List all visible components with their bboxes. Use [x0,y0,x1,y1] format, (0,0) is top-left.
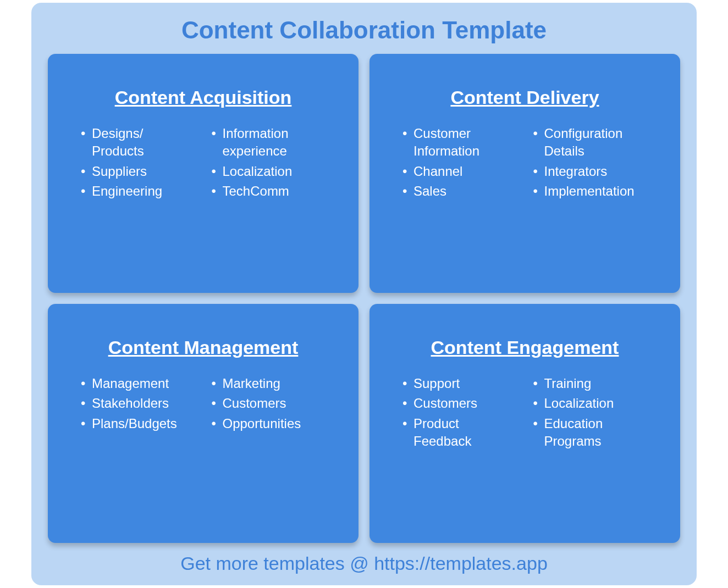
card-col-1: Designs/Products Suppliers Engineering [81,125,201,203]
card-col-1: Management Stakeholders Plans/Budgets [81,375,201,435]
list-item: Opportunities [212,415,332,432]
list-item: Customers [402,395,522,412]
card-columns: CustomerInformation Channel Sales Config… [397,125,653,203]
card-content-acquisition: Content Acquisition Designs/Products Sup… [48,54,359,293]
card-col-2: ConfigurationDetails Integrators Impleme… [533,125,653,203]
list-item: Suppliers [81,163,201,180]
list-item: Implementation [533,182,653,200]
list-item: Integrators [533,163,653,180]
list-item: Training [533,375,653,392]
card-grid: Content Acquisition Designs/Products Sup… [48,54,680,543]
card-content-management: Content Management Management Stakeholde… [48,304,359,543]
card-col-1: CustomerInformation Channel Sales [402,125,522,203]
card-title: Content Delivery [397,87,653,108]
list-item: Stakeholders [81,395,201,412]
list-item: EducationPrograms [533,415,653,451]
list-item: ProductFeedback [402,415,522,451]
list-item: TechComm [212,182,332,200]
card-columns: Designs/Products Suppliers Engineering I… [75,125,331,203]
list-item: Localization [533,395,653,412]
list-item: Designs/Products [81,125,201,160]
card-columns: Management Stakeholders Plans/Budgets Ma… [75,375,331,435]
list-item: Marketing [212,375,332,392]
template-board: Content Collaboration Template Content A… [31,3,697,585]
page-title: Content Collaboration Template [48,16,680,44]
list-item: Localization [212,163,332,180]
list-item: ConfigurationDetails [533,125,653,160]
list-item: Channel [402,163,522,180]
list-item: Plans/Budgets [81,415,201,432]
card-content-engagement: Content Engagement Support Customers Pro… [369,304,680,543]
list-item: Customers [212,395,332,412]
list-item: Informationexperience [212,125,332,160]
card-content-delivery: Content Delivery CustomerInformation Cha… [369,54,680,293]
card-col-1: Support Customers ProductFeedback [402,375,522,453]
card-col-2: Training Localization EducationPrograms [533,375,653,453]
card-columns: Support Customers ProductFeedback Traini… [397,375,653,453]
card-col-2: Informationexperience Localization TechC… [212,125,332,203]
list-item: Management [81,375,201,392]
card-title: Content Acquisition [75,87,331,108]
footer-text: Get more templates @ https://templates.a… [48,553,680,574]
list-item: Sales [402,182,522,200]
card-col-2: Marketing Customers Opportunities [212,375,332,435]
list-item: CustomerInformation [402,125,522,160]
card-title: Content Management [75,337,331,358]
list-item: Engineering [81,182,201,200]
list-item: Support [402,375,522,392]
card-title: Content Engagement [397,337,653,358]
